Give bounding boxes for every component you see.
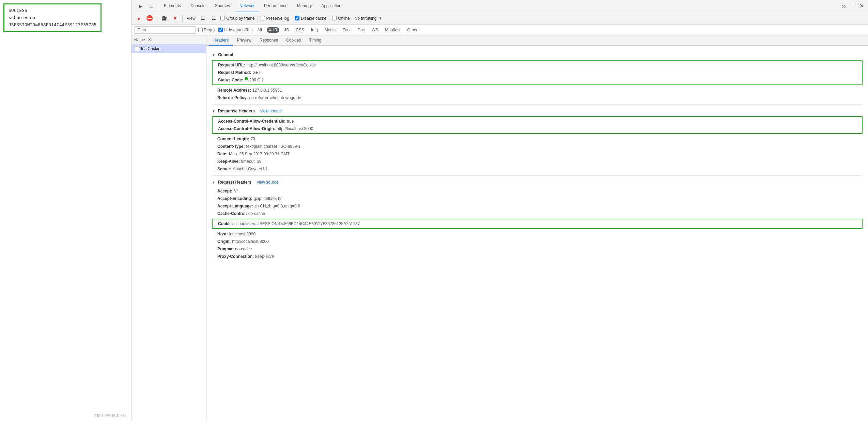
content-length-row: Content-Length: 70: [212, 135, 863, 143]
tab-memory[interactable]: Memory: [292, 0, 316, 12]
preserve-log-label: Preserve log: [266, 16, 289, 21]
filter-xhr-button[interactable]: XHR: [267, 27, 279, 33]
detail-content: ▼ General Request URL: http://localhost:…: [206, 46, 868, 421]
request-name: testCookie: [141, 46, 160, 51]
throttle-dropdown-arrow[interactable]: ▼: [378, 16, 382, 20]
cache-control-key: Cache-Control:: [217, 210, 247, 217]
origin-row: Origin: http://localhost:8000: [212, 238, 863, 245]
hide-data-urls-checkbox[interactable]: [218, 28, 223, 32]
preserve-log-group: Preserve log: [261, 16, 289, 21]
tab-network[interactable]: Network: [235, 0, 259, 12]
toolbar-separator-4: [292, 15, 292, 22]
disable-cache-label: Disable cache: [301, 16, 326, 21]
filter-other-button[interactable]: Other: [405, 27, 420, 33]
tab-preview[interactable]: Preview: [233, 35, 255, 46]
name-column-header: Name: [134, 37, 145, 42]
tab-sources[interactable]: Sources: [210, 0, 235, 12]
record-button[interactable]: ●: [134, 14, 143, 23]
camera-button[interactable]: 🎥: [160, 14, 169, 23]
filter-js-button[interactable]: JS: [282, 27, 291, 33]
regex-checkbox[interactable]: [198, 28, 203, 32]
filter-doc-button[interactable]: Doc: [356, 27, 367, 33]
remote-address-value: 127.0.0.1:55961: [252, 87, 282, 93]
request-url-row: Request URL: http://localhost:8080/serve…: [213, 61, 862, 69]
network-main: Name ✕ testCookie Headers Preview Respon…: [131, 35, 868, 421]
view-label: View:: [187, 16, 197, 21]
filter-row: Regex Hide data URLs All XHR JS CSS Img …: [131, 25, 868, 35]
filter-manifest-button[interactable]: Manifest: [383, 27, 402, 33]
disable-cache-checkbox[interactable]: [295, 16, 299, 20]
accept-row: Accept: */*: [212, 187, 863, 195]
response-headers-view-source[interactable]: view source: [260, 109, 282, 113]
request-headers-label: Request Headers: [218, 180, 251, 185]
success-box: SUCCESS school=seu JSESSIONID=868ED14C44…: [3, 3, 102, 32]
general-section-header[interactable]: ▼ General: [212, 52, 863, 57]
list-item[interactable]: testCookie: [131, 44, 206, 53]
toolbar-separator-2: [182, 15, 183, 22]
watermark: ©稻土掘金技术社区: [94, 413, 127, 418]
request-icon: [134, 46, 139, 51]
cursor-icon[interactable]: ▶: [136, 1, 145, 11]
stop-button[interactable]: ⛔: [145, 14, 154, 23]
response-headers-section-header[interactable]: ▼ Response Headers view source: [212, 109, 863, 113]
tab-cookies[interactable]: Cookies: [282, 35, 305, 46]
acao-credentials-row: Access-Control-Allow-Credentials: true: [213, 118, 862, 125]
date-key: Date:: [217, 151, 228, 157]
device-icon[interactable]: ▭: [146, 1, 156, 11]
accept-language-row: Accept-Language: zh-CN,zh;q=0.8,en;q=0.6: [212, 202, 863, 210]
filter-ws-button[interactable]: WS: [370, 27, 380, 33]
toolbar-separator-3: [258, 15, 258, 22]
proxy-connection-row: Proxy-Connection: keep-alive: [212, 253, 863, 260]
tab-response[interactable]: Response: [255, 35, 282, 46]
close-detail-button[interactable]: ✕: [148, 37, 151, 42]
content-type-row: Content-Type: text/plain;charset=ISO-885…: [212, 143, 863, 150]
referrer-policy-key: Referrer Policy:: [217, 95, 248, 101]
divider-2: [212, 175, 863, 176]
filter-media-button[interactable]: Media: [323, 27, 338, 33]
request-list-header: Name ✕: [131, 35, 206, 44]
offline-label: Offline: [338, 16, 350, 21]
preserve-log-checkbox[interactable]: [261, 16, 265, 20]
filter-all-button[interactable]: All: [255, 27, 264, 33]
devtools-panel: ▶ ▭ Elements Console Sources Network Per…: [131, 0, 868, 421]
tab-application[interactable]: Application: [316, 0, 346, 12]
accept-value: */*: [234, 188, 238, 194]
tab-console[interactable]: Console: [186, 0, 210, 12]
regex-group: Regex: [198, 28, 216, 32]
filter-input[interactable]: [134, 26, 196, 34]
request-method-row: Request Method: GET: [213, 69, 862, 76]
view-group-button[interactable]: ☷: [210, 14, 218, 23]
accept-encoding-row: Accept-Encoding: gzip, deflate, br: [212, 195, 863, 202]
referrer-policy-value: no-referrer-when-downgrade: [249, 95, 301, 101]
remote-address-key: Remote Address:: [217, 87, 251, 93]
response-headers-label: Response Headers: [218, 109, 255, 113]
view-list-button[interactable]: ☷: [199, 14, 207, 23]
content-type-key: Content-Type:: [217, 143, 245, 150]
offline-checkbox[interactable]: [332, 16, 337, 20]
request-headers-section-header[interactable]: ▼ Request Headers view source: [212, 180, 863, 185]
acao-credentials-key: Access-Control-Allow-Credentials:: [218, 118, 285, 124]
devtools-close-button[interactable]: ✕: [859, 3, 864, 9]
keep-alive-key: Keep-Alive:: [217, 158, 240, 165]
request-headers-view-source[interactable]: view source: [257, 180, 278, 185]
tab-performance[interactable]: Performance: [259, 0, 292, 12]
status-code-key: Status Code:: [218, 77, 243, 83]
group-by-frame-checkbox[interactable]: [220, 16, 225, 20]
tab-timing[interactable]: Timing: [305, 35, 325, 46]
detail-panel: Headers Preview Response Cookies Timing …: [206, 35, 868, 421]
accept-encoding-key: Accept-Encoding:: [217, 196, 252, 202]
tab-elements[interactable]: Elements: [159, 0, 186, 12]
cookie-row: Cookie: school=seu; JSESSIONID=868ED14C4…: [213, 220, 862, 228]
tab-headers[interactable]: Headers: [209, 35, 233, 46]
filter-button[interactable]: ▼: [171, 14, 180, 23]
content-length-key: Content-Length:: [217, 136, 249, 142]
filter-font-button[interactable]: Font: [341, 27, 353, 33]
devtools-menu-button[interactable]: ⋮: [851, 3, 857, 9]
pragma-value: no-cache: [235, 246, 252, 252]
filter-css-button[interactable]: CSS: [294, 27, 306, 33]
content-type-value: text/plain;charset=ISO-8859-1: [246, 143, 300, 150]
filter-img-button[interactable]: Img: [309, 27, 320, 33]
cookie-line1: school=seu: [9, 14, 96, 21]
more-tabs-button[interactable]: ››: [839, 2, 849, 10]
content-length-value: 70: [250, 136, 255, 142]
